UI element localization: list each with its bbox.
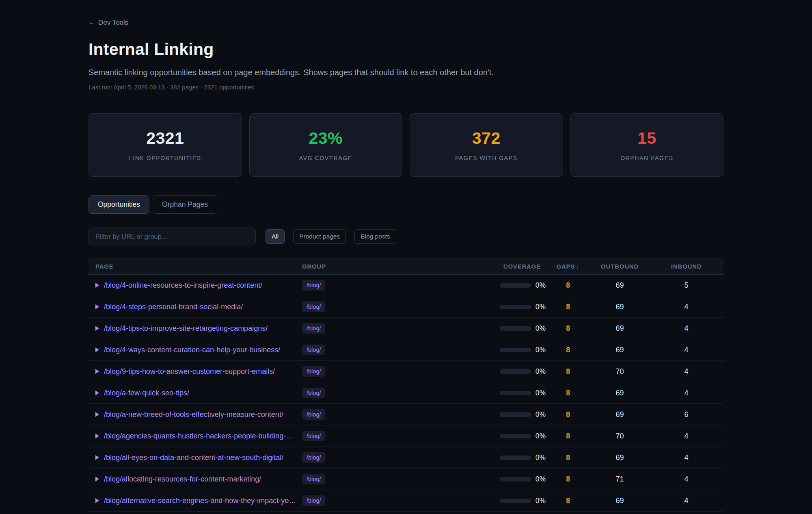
- table-row[interactable]: /blog/agencies-quants-hustlers-hackers-p…: [89, 425, 723, 447]
- expand-row-icon[interactable]: [95, 326, 99, 331]
- table-row[interactable]: /blog/a-few-quick-seo-tips/ /blog/ 0% 8 …: [89, 382, 723, 404]
- outbound-value: 69: [590, 497, 649, 505]
- table-row[interactable]: /blog/all-eyes-on-data-and-content-at-ne…: [89, 447, 723, 468]
- stat-value: 15: [637, 129, 657, 148]
- gaps-value: 8: [546, 367, 590, 376]
- chip-all[interactable]: All: [266, 229, 285, 244]
- coverage-progress-bar: [500, 434, 531, 438]
- page-url-link[interactable]: /blog/4-online-resources-to-inspire-grea…: [104, 281, 262, 290]
- table-row[interactable]: /blog/a-new-breed-of-tools-effectively-m…: [89, 404, 723, 425]
- column-header-gaps[interactable]: GAPS↓: [546, 263, 590, 270]
- inbound-value: 4: [649, 475, 723, 484]
- column-header-page[interactable]: PAGE: [89, 263, 302, 270]
- tab-orphan-pages[interactable]: Orphan Pages: [153, 195, 217, 214]
- outbound-value: 69: [590, 346, 649, 354]
- back-to-dev-tools-link[interactable]: ← Dev Tools: [89, 19, 128, 27]
- last-run-status: Last run: April 5, 2026 03:13 · 382 page…: [89, 84, 723, 91]
- expand-row-icon[interactable]: [95, 304, 99, 309]
- page-url-link[interactable]: /blog/a-new-breed-of-tools-effectively-m…: [104, 410, 283, 419]
- table-row[interactable]: /blog/4-online-resources-to-inspire-grea…: [89, 275, 723, 296]
- table-row[interactable]: /blog/allocating-resources-for-content-m…: [89, 468, 723, 490]
- coverage-cell: 0%: [464, 497, 546, 505]
- outbound-value: 69: [590, 324, 649, 333]
- table-row[interactable]: /blog/4-ways-content-curation-can-help-y…: [89, 339, 723, 361]
- stat-card: 15 ORPHAN PAGES: [570, 113, 724, 177]
- tab-opportunities[interactable]: Opportunities: [89, 195, 149, 214]
- coverage-cell: 0%: [464, 303, 546, 311]
- expand-row-icon[interactable]: [95, 390, 99, 395]
- coverage-progress-bar: [500, 348, 531, 352]
- opportunities-table: PAGE GROUP COVERAGE GAPS↓ OUTBOUND INBOU…: [89, 258, 723, 512]
- page-url-link[interactable]: /blog/4-ways-content-curation-can-help-y…: [104, 346, 280, 354]
- chip-blog-posts[interactable]: Blog posts: [354, 229, 396, 244]
- sort-desc-icon: ↓: [576, 263, 579, 270]
- inbound-value: 6: [649, 410, 723, 419]
- page-url-link[interactable]: /blog/all-eyes-on-data-and-content-at-ne…: [104, 453, 283, 462]
- internal-linking-page: ← Dev Tools Internal Linking Semantic li…: [89, 0, 723, 512]
- page-url-link[interactable]: /blog/agencies-quants-hustlers-hackers-p…: [104, 432, 293, 440]
- group-badge: /blog/: [302, 345, 325, 355]
- table-body: /blog/4-online-resources-to-inspire-grea…: [89, 275, 723, 512]
- stat-card: 372 PAGES WITH GAPS: [410, 113, 563, 177]
- page-url-link[interactable]: /blog/alternative-search-engines-and-how…: [104, 497, 296, 505]
- expand-row-icon[interactable]: [95, 369, 99, 374]
- gaps-value: 8: [546, 410, 590, 419]
- stats-row: 2321 LINK OPPORTUNITIES 23% AVG COVERAGE…: [89, 113, 723, 177]
- outbound-value: 71: [590, 475, 649, 484]
- coverage-percent: 0%: [536, 389, 546, 397]
- group-badge: /blog/: [302, 452, 325, 463]
- page-title: Internal Linking: [89, 40, 723, 59]
- page-cell: /blog/allocating-resources-for-content-m…: [89, 475, 302, 484]
- page-url-link[interactable]: /blog/4-tips-to-improve-site-retargeting…: [104, 324, 268, 333]
- stat-label: ORPHAN PAGES: [620, 155, 673, 161]
- table-header-row: PAGE GROUP COVERAGE GAPS↓ OUTBOUND INBOU…: [89, 258, 723, 275]
- coverage-cell: 0%: [464, 324, 546, 333]
- expand-row-icon[interactable]: [95, 434, 99, 438]
- stat-label: LINK OPPORTUNITIES: [129, 155, 201, 161]
- page-subtitle: Semantic linking opportunities based on …: [89, 68, 723, 77]
- coverage-percent: 0%: [536, 432, 546, 440]
- group-cell: /blog/: [302, 474, 464, 484]
- inbound-value: 5: [649, 281, 723, 290]
- gaps-value: 8: [546, 303, 590, 311]
- page-cell: /blog/a-few-quick-seo-tips/: [89, 389, 302, 397]
- page-cell: /blog/4-steps-personal-brand-social-medi…: [89, 303, 302, 311]
- table-row[interactable]: /blog/4-tips-to-improve-site-retargeting…: [89, 318, 723, 339]
- expand-row-icon[interactable]: [95, 283, 99, 288]
- page-url-link[interactable]: /blog/9-tips-how-to-answer-customer-supp…: [104, 367, 275, 376]
- coverage-cell: 0%: [464, 432, 546, 440]
- outbound-value: 69: [590, 303, 649, 311]
- table-row[interactable]: /blog/9-tips-how-to-answer-customer-supp…: [89, 361, 723, 382]
- coverage-cell: 0%: [464, 281, 546, 290]
- page-url-link[interactable]: /blog/a-few-quick-seo-tips/: [104, 389, 189, 397]
- page-url-link[interactable]: /blog/allocating-resources-for-content-m…: [104, 475, 261, 484]
- coverage-cell: 0%: [464, 475, 546, 484]
- group-badge: /blog/: [302, 301, 325, 312]
- column-header-group[interactable]: GROUP: [302, 263, 464, 270]
- table-row[interactable]: /blog/4-steps-personal-brand-social-medi…: [89, 296, 723, 318]
- expand-row-icon[interactable]: [95, 455, 99, 460]
- column-header-coverage[interactable]: COVERAGE: [464, 263, 546, 270]
- group-cell: /blog/: [302, 495, 464, 506]
- coverage-progress-bar: [500, 283, 531, 288]
- column-header-inbound[interactable]: INBOUND: [649, 263, 723, 270]
- chip-product-pages[interactable]: Product pages: [293, 229, 346, 244]
- coverage-percent: 0%: [536, 410, 546, 419]
- page-cell: /blog/9-tips-how-to-answer-customer-supp…: [89, 367, 302, 376]
- table-row[interactable]: /blog/alternative-search-engines-and-how…: [89, 490, 723, 512]
- expand-row-icon[interactable]: [95, 412, 99, 417]
- group-cell: /blog/: [302, 388, 464, 398]
- page-url-link[interactable]: /blog/4-steps-personal-brand-social-medi…: [104, 303, 243, 311]
- column-header-outbound[interactable]: OUTBOUND: [590, 263, 649, 270]
- expand-row-icon[interactable]: [95, 477, 99, 481]
- outbound-value: 70: [590, 367, 649, 376]
- gaps-value: 8: [546, 497, 590, 505]
- coverage-percent: 0%: [536, 367, 546, 376]
- inbound-value: 4: [649, 346, 723, 354]
- stat-label: AVG COVERAGE: [299, 155, 352, 161]
- filter-input[interactable]: [89, 228, 256, 245]
- inbound-value: 4: [649, 324, 723, 333]
- page-cell: /blog/4-tips-to-improve-site-retargeting…: [89, 324, 302, 333]
- expand-row-icon[interactable]: [95, 498, 99, 503]
- expand-row-icon[interactable]: [95, 347, 99, 352]
